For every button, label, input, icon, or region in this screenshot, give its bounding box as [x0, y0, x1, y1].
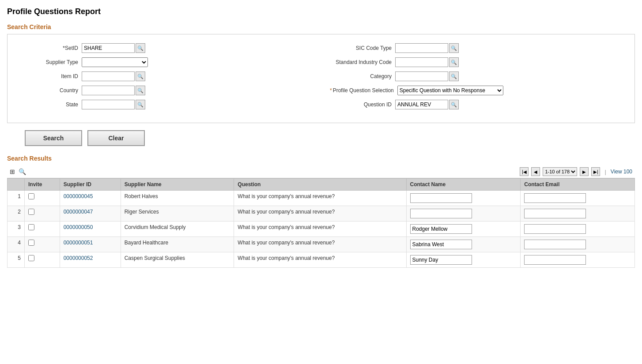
table-body: 1 0000000045 Robert Halves What is your …: [8, 191, 635, 268]
category-search-btn[interactable]: 🔍: [449, 71, 459, 81]
row-contact-email: [521, 206, 635, 221]
question-id-row: Question ID 🔍: [330, 100, 626, 109]
country-input[interactable]: [82, 86, 135, 95]
setid-input-group: 🔍: [82, 43, 145, 53]
row-question: What is your company's annual revenue?: [234, 191, 406, 206]
row-contact-name: [406, 252, 521, 268]
question-id-input[interactable]: [395, 100, 448, 109]
page-title: Profile Questions Report: [7, 7, 635, 16]
sic-code-search-btn[interactable]: 🔍: [449, 43, 459, 53]
table-row: 4 0000000051 Bayard Healthcare What is y…: [8, 237, 635, 252]
contact-email-input[interactable]: [524, 240, 586, 249]
state-search-btn[interactable]: 🔍: [136, 100, 145, 109]
contact-name-input[interactable]: [410, 240, 472, 249]
search-results-title: Search Results: [7, 155, 635, 162]
first-page-btn[interactable]: |◀: [520, 167, 529, 176]
row-supplier-id: 0000000045: [60, 191, 121, 206]
std-industry-input[interactable]: [395, 57, 448, 67]
col-contact-name: Contact Name: [406, 179, 521, 191]
results-table: Invite Supplier ID Supplier Name Questio…: [7, 178, 635, 268]
item-id-search-btn[interactable]: 🔍: [136, 71, 145, 81]
contact-email-input[interactable]: [524, 224, 586, 234]
clear-button[interactable]: Clear: [87, 130, 145, 146]
invite-checkbox[interactable]: [28, 193, 34, 199]
row-contact-email: [521, 252, 635, 268]
row-question: What is your company's annual revenue?: [234, 206, 406, 221]
profile-question-select[interactable]: Specific Question with No Response All Q…: [397, 86, 503, 95]
row-contact-email: [521, 221, 635, 237]
supplier-type-select[interactable]: [82, 57, 148, 67]
question-id-input-group: 🔍: [395, 100, 459, 109]
supplier-id-link[interactable]: 0000000047: [64, 209, 93, 215]
contact-email-input[interactable]: [524, 255, 586, 265]
invite-checkbox[interactable]: [28, 224, 34, 230]
country-search-btn[interactable]: 🔍: [136, 86, 145, 95]
setid-label: *SetID: [16, 45, 78, 51]
row-invite: [25, 221, 60, 237]
contact-name-input[interactable]: [410, 255, 472, 265]
supplier-id-link[interactable]: 0000000051: [64, 240, 93, 246]
grid-icon[interactable]: ⊞: [10, 168, 15, 175]
profile-question-row: Profile Question Selection Specific Ques…: [330, 86, 626, 95]
contact-name-input[interactable]: [410, 224, 472, 234]
prev-page-btn[interactable]: ◀: [531, 167, 540, 176]
header-row: Invite Supplier ID Supplier Name Questio…: [8, 179, 635, 191]
contact-email-input[interactable]: [524, 193, 586, 203]
row-contact-name: [406, 191, 521, 206]
search-results-section: Search Results ⊞ 🔍 |◀ ◀ 1-10 of 178 ▶ ▶|…: [7, 155, 635, 268]
supplier-id-link[interactable]: 0000000050: [64, 224, 93, 230]
invite-checkbox[interactable]: [28, 209, 34, 215]
sic-code-label: SIC Code Type: [330, 45, 392, 51]
col-supplier-name: Supplier Name: [121, 179, 234, 191]
category-input[interactable]: [395, 71, 448, 81]
setid-row: *SetID 🔍: [16, 43, 312, 53]
contact-name-input[interactable]: [410, 209, 472, 218]
col-invite: Invite: [25, 179, 60, 191]
country-row: Country 🔍: [16, 86, 312, 95]
pagination-select[interactable]: 1-10 of 178: [543, 167, 577, 176]
table-row: 5 0000000052 Caspen Surgical Supplies Wh…: [8, 252, 635, 268]
criteria-grid: *SetID 🔍 Supplier Type: [16, 43, 626, 114]
item-id-input-group: 🔍: [82, 71, 145, 81]
row-invite: [25, 191, 60, 206]
std-industry-input-group: 🔍: [395, 57, 459, 67]
supplier-id-link[interactable]: 0000000045: [64, 193, 93, 199]
search-button[interactable]: Search: [25, 130, 82, 146]
contact-email-input[interactable]: [524, 209, 586, 218]
row-invite: [25, 206, 60, 221]
country-label: Country: [16, 87, 78, 94]
item-id-label: Item ID: [16, 73, 78, 79]
next-page-btn[interactable]: ▶: [580, 167, 589, 176]
row-question: What is your company's annual revenue?: [234, 252, 406, 268]
std-industry-search-btn[interactable]: 🔍: [449, 57, 459, 67]
question-id-search-btn[interactable]: 🔍: [449, 100, 459, 109]
state-input[interactable]: [82, 100, 135, 109]
toolbar-right: |◀ ◀ 1-10 of 178 ▶ ▶| | View 100: [520, 167, 632, 176]
supplier-id-link[interactable]: 0000000052: [64, 255, 93, 261]
search-criteria-title: Search Criteria: [7, 23, 635, 30]
row-invite: [25, 237, 60, 252]
criteria-left-col: *SetID 🔍 Supplier Type: [16, 43, 312, 114]
state-row: State 🔍: [16, 100, 312, 109]
table-header: Invite Supplier ID Supplier Name Questio…: [8, 179, 635, 191]
row-supplier-id: 0000000052: [60, 252, 121, 268]
invite-checkbox[interactable]: [28, 255, 34, 261]
toolbar-left: ⊞ 🔍: [10, 168, 26, 175]
setid-input[interactable]: [82, 43, 135, 53]
invite-checkbox[interactable]: [28, 240, 34, 246]
profile-question-label: Profile Question Selection: [330, 87, 394, 94]
row-supplier-id: 0000000050: [60, 221, 121, 237]
sic-code-input[interactable]: [395, 43, 448, 53]
search-results-icon[interactable]: 🔍: [19, 168, 26, 175]
row-contact-name: [406, 237, 521, 252]
row-supplier-id: 0000000051: [60, 237, 121, 252]
contact-name-input[interactable]: [410, 193, 472, 203]
view-100-link[interactable]: View 100: [611, 169, 632, 175]
criteria-right-col: SIC Code Type 🔍 Standard Industry Code 🔍: [330, 43, 626, 114]
supplier-type-label: Supplier Type: [16, 59, 78, 65]
last-page-btn[interactable]: ▶|: [591, 167, 600, 176]
table-row: 3 0000000050 Corvidium Medical Supply Wh…: [8, 221, 635, 237]
item-id-input[interactable]: [82, 71, 135, 81]
setid-search-btn[interactable]: 🔍: [136, 43, 145, 53]
table-row: 1 0000000045 Robert Halves What is your …: [8, 191, 635, 206]
